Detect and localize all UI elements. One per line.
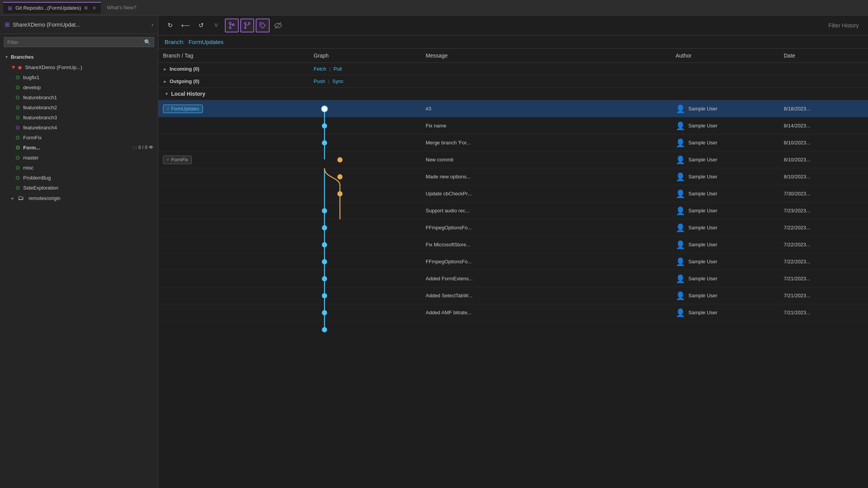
eye-button[interactable] xyxy=(271,19,285,32)
date-cell-0: 8/18/2023... xyxy=(779,103,868,114)
branch-item-featurebranch1[interactable]: ⊙ featurebranch1 xyxy=(0,92,158,102)
incoming-chevron[interactable]: ► xyxy=(163,67,167,71)
branch-item-problembug[interactable]: ⊙ ProblemBug xyxy=(0,173,158,183)
branch-item-featurebranch3[interactable]: ⊙ featurebranch3 xyxy=(0,112,158,122)
commit-msg-4: Made new options... xyxy=(421,171,671,182)
branch-item-formfix[interactable]: ⊙ FormFix xyxy=(0,132,158,142)
branches-section-header[interactable]: ▼ Branches xyxy=(0,52,158,62)
commit-msg-5: Update cbCheckPr... xyxy=(421,188,671,199)
branch-tag-cell-6 xyxy=(158,208,309,213)
svg-point-8 xyxy=(261,24,262,25)
title-bar: ⊞ Git Reposito...(FormUpdates) ⊞ ✕ What'… xyxy=(0,0,868,15)
sidebar-collapse-button[interactable]: › xyxy=(151,21,153,28)
commit-row-4[interactable]: Made new options... 👤 Sample User 8/10/2… xyxy=(158,168,868,185)
repo-name: ⊞ ShareXDemo (FormUpdat... xyxy=(5,21,80,28)
sync-button[interactable]: ↺ xyxy=(194,19,208,32)
history-area[interactable]: Branch / Tag Graph Message Author Date ►… xyxy=(158,49,868,488)
branch-item-featurebranch4[interactable]: ⊙ featurebranch4 xyxy=(0,122,158,132)
push-button[interactable]: Push xyxy=(314,78,325,84)
graph-cell-10 xyxy=(309,276,421,281)
tag-button[interactable] xyxy=(256,19,270,32)
commit-row-12[interactable]: Added AMF bitrate... 👤 Sample User 7/21/… xyxy=(158,304,868,321)
avatar-icon-0: 👤 xyxy=(676,104,685,114)
branch-tag-cell-0: ⑂ FormUpdates xyxy=(158,102,309,115)
sidebar-filter-input[interactable] xyxy=(7,39,142,45)
commit-row-11[interactable]: Added SelectTabW... 👤 Sample User 7/21/2… xyxy=(158,287,868,304)
date-cell-12: 7/21/2023... xyxy=(779,307,868,318)
local-history-section: ▼ Local History xyxy=(158,88,868,100)
whats-new-tab[interactable]: What's New? xyxy=(101,2,143,13)
commit-graph-button[interactable] xyxy=(225,19,239,32)
branch-tag-cell-4 xyxy=(158,175,309,179)
branch-button[interactable]: ⑂ xyxy=(209,19,223,32)
tab-close-icon[interactable]: ✕ xyxy=(92,5,96,11)
commit-row-3[interactable]: ⑂ FormFix New commit 👤 Sample User 8/10/… xyxy=(158,151,868,168)
graph-cell-7 xyxy=(309,225,421,230)
commit-msg-1: Fix name xyxy=(421,120,671,131)
branch-item-misc[interactable]: ⊙ misc xyxy=(0,163,158,173)
commit-row-8[interactable]: Fix MicrosoftStore... 👤 Sample User 7/22… xyxy=(158,236,868,253)
toolbar: ↻ ⟵ ↺ ⑂ xyxy=(158,15,868,36)
commit-row-0[interactable]: ⑂ FormUpdates #3 👤 Sample User 8/18/2023… xyxy=(158,100,868,117)
branch-item-master[interactable]: ⊙ master xyxy=(0,152,158,163)
branch-pill-formfix: ⑂ FormFix xyxy=(163,156,192,164)
remotes-icon: 🗂 xyxy=(18,195,24,202)
sync-action-button[interactable]: Sync xyxy=(332,78,343,84)
branch-label: Branch: FormUpdates xyxy=(158,36,868,49)
branch-tag-cell-12 xyxy=(158,310,309,315)
main-layout: ⊞ ShareXDemo (FormUpdat... › 🔍 ▼ Branche… xyxy=(0,15,868,488)
branch-item-featurebranch2[interactable]: ⊙ featurebranch2 xyxy=(0,102,158,112)
author-cell-4: 👤 Sample User xyxy=(671,170,779,184)
branch-manage-button[interactable] xyxy=(240,19,254,32)
branch-meta-formupdates: ↑↓ 0 / 0 👁 xyxy=(132,145,153,150)
author-cell-11: 👤 Sample User xyxy=(671,289,779,303)
svg-point-26 xyxy=(322,327,327,332)
branch-tag-cell-1 xyxy=(158,124,309,128)
remotes-origin-item[interactable]: ► 🗂 remotes/origin xyxy=(0,193,158,203)
branch-icon-develop: ⊙ xyxy=(15,84,20,90)
graph-cell-1 xyxy=(309,124,421,128)
git-tab-title: Git Reposito...(FormUpdates) xyxy=(15,5,81,11)
pull-button[interactable]: Pull xyxy=(333,66,342,72)
commit-row-1[interactable]: Fix name 👤 Sample User 8/14/2023... xyxy=(158,117,868,134)
back-button[interactable]: ⟵ xyxy=(178,19,192,32)
branch-icon-master: ⊙ xyxy=(15,154,20,161)
commit-row-9[interactable]: FFmpegOptionsFo... 👤 Sample User 7/22/20… xyxy=(158,253,868,270)
fetch-button[interactable]: Fetch xyxy=(314,66,326,72)
branch-icon-featurebranch4: ⊙ xyxy=(15,124,20,130)
sidebar-content: ▼ Branches ▼ ◆ ShareXDemo (FormUp...) ⊙ … xyxy=(0,50,158,488)
svg-point-0 xyxy=(229,22,231,24)
outgoing-actions: Push | Sync xyxy=(309,78,421,84)
commit-msg-6: Support audio rec... xyxy=(421,205,671,216)
branch-item-sharexdemo[interactable]: ▼ ◆ ShareXDemo (FormUp...) xyxy=(0,62,158,72)
graph-cell-9 xyxy=(309,259,421,264)
date-cell-9: 7/22/2023... xyxy=(779,256,868,267)
branch-tag-cell-11 xyxy=(158,293,309,298)
filter-history-button[interactable]: Filter History xyxy=(824,21,863,30)
commit-row-10[interactable]: Added FormExtens... 👤 Sample User 7/21/2… xyxy=(158,270,868,287)
branch-item-formupdates[interactable]: ⊙ Form... ↑↓ 0 / 0 👁 xyxy=(0,142,158,152)
git-repo-tab[interactable]: ⊞ Git Reposito...(FormUpdates) ⊞ ✕ xyxy=(3,2,101,14)
tab-pin-icon[interactable]: ⊞ xyxy=(84,5,88,10)
commit-row-7[interactable]: FFmpegOptionsFo... 👤 Sample User 7/22/20… xyxy=(158,219,868,236)
sidebar-filter-container: 🔍 xyxy=(4,37,154,47)
commit-msg-0: #3 xyxy=(421,103,671,114)
branch-icon-misc: ⊙ xyxy=(15,164,20,171)
avatar-icon-10: 👤 xyxy=(676,274,685,283)
avatar-icon-2: 👤 xyxy=(676,138,685,147)
outgoing-row: ► Outgoing (0) Push | Sync xyxy=(158,75,868,88)
graph-cell-12 xyxy=(309,310,421,315)
branch-item-sideexploration[interactable]: ⊙ SideExploration xyxy=(0,183,158,193)
author-cell-1: 👤 Sample User xyxy=(671,119,779,133)
branch-item-develop[interactable]: ⊙ develop xyxy=(0,82,158,92)
author-cell-8: 👤 Sample User xyxy=(671,238,779,252)
branch-item-bugfix1[interactable]: ⊙ bugfix1 xyxy=(0,72,158,82)
commit-row-6[interactable]: Support audio rec... 👤 Sample User 7/23/… xyxy=(158,202,868,219)
commit-row-2[interactable]: Merge branch 'For... 👤 Sample User 8/10/… xyxy=(158,134,868,151)
local-history-chevron[interactable]: ▼ xyxy=(165,92,169,96)
date-cell-3: 8/10/2023... xyxy=(779,154,868,165)
commit-row-5[interactable]: Update cbCheckPr... 👤 Sample User 7/30/2… xyxy=(158,185,868,202)
commit-graph-icon xyxy=(228,22,236,29)
refresh-button[interactable]: ↻ xyxy=(163,19,177,32)
outgoing-chevron[interactable]: ► xyxy=(163,79,167,84)
